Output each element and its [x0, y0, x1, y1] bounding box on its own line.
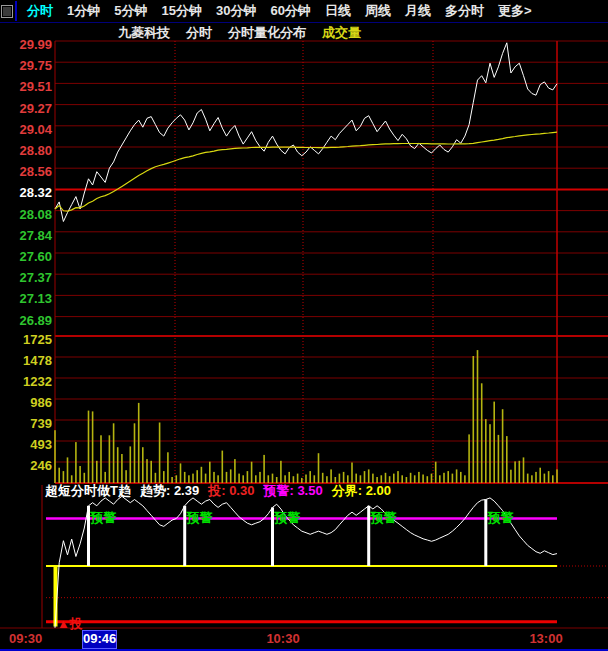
volume-bar [468, 434, 470, 483]
indicator-name[interactable]: 超短分时做T趋 [45, 482, 131, 500]
time-label-end: 13:00 [529, 631, 562, 646]
volume-bar [464, 475, 466, 483]
volume-bar [427, 476, 429, 483]
alarm-text-label: 预警 [488, 509, 514, 527]
trading-terminal-window: 分时1分钟5分钟15分钟30分钟60分钟日线周线月线多分时更多> 九菱科技 分时… [0, 0, 608, 651]
indicator-field-投: 投: 0.30 [208, 482, 254, 500]
volume-bar [92, 411, 94, 483]
volume-bar [523, 457, 525, 483]
volume-bar [230, 469, 232, 483]
volume-bar [222, 451, 224, 483]
volume-bar [422, 475, 424, 484]
volume-bar [109, 435, 111, 483]
volume-bar [201, 467, 203, 483]
volume-bar [519, 461, 521, 483]
price-line [55, 43, 557, 222]
price-axis-label: 27.13 [0, 291, 52, 306]
volume-bar [134, 423, 136, 483]
volume-bar [209, 462, 211, 483]
indicator-line [55, 496, 557, 628]
volume-bar [552, 475, 554, 483]
volume-bar [410, 473, 412, 483]
alarm-text-label: 预警 [90, 509, 116, 527]
volume-bar [330, 469, 332, 483]
volume-bar [443, 473, 445, 483]
volume-bar [150, 461, 152, 483]
volume-axis-label: 493 [0, 437, 52, 452]
volume-bar [502, 409, 504, 483]
volume-bar [473, 356, 475, 483]
volume-axis-label: 739 [0, 416, 52, 431]
volume-bar [447, 471, 449, 483]
volume-bar [452, 474, 454, 483]
volume-axis-label: 246 [0, 458, 52, 473]
intraday-chart[interactable] [0, 0, 608, 651]
volume-bar [460, 472, 462, 483]
volume-bar [100, 435, 102, 483]
volume-bar [498, 435, 500, 483]
volume-axis-label: 1725 [0, 332, 52, 347]
price-axis-label: 29.27 [0, 100, 52, 115]
volume-bar [142, 447, 144, 483]
volume-bar [531, 475, 533, 483]
time-highlight-box[interactable]: 09:46 [82, 630, 117, 649]
volume-bar [393, 474, 395, 483]
volume-axis-label: 1478 [0, 353, 52, 368]
volume-bar [401, 475, 403, 483]
volume-bar [477, 350, 479, 483]
volume-bar [485, 419, 487, 483]
indicator-field-趋势: 趋势: 2.39 [140, 482, 199, 500]
volume-bar [544, 474, 546, 483]
price-axis-label: 27.60 [0, 249, 52, 264]
volume-bar [58, 468, 60, 483]
volume-bar [514, 461, 516, 483]
volume-bar [251, 462, 253, 483]
volume-bar [180, 463, 182, 483]
alarm-text-label: 预警 [371, 509, 397, 527]
volume-bar [138, 403, 140, 483]
volume-bar [318, 453, 320, 483]
volume-bar [493, 402, 495, 483]
price-axis-label: 27.37 [0, 270, 52, 285]
volume-bar [263, 455, 265, 483]
average-price-line [55, 132, 557, 211]
volume-bar [481, 383, 483, 483]
volume-bar [130, 446, 132, 483]
volume-bar [431, 474, 433, 483]
volume-bar [435, 462, 437, 483]
volume-bar [67, 457, 69, 483]
time-label-mid: 10:30 [266, 631, 299, 646]
volume-bar [506, 436, 508, 483]
volume-bar [510, 470, 512, 483]
volume-bar [167, 452, 169, 483]
alarm-text-label: 预警 [187, 509, 213, 527]
price-axis-label: 29.99 [0, 37, 52, 52]
price-axis-label: 28.08 [0, 206, 52, 221]
price-axis-label: 29.51 [0, 79, 52, 94]
volume-bar [96, 461, 98, 483]
volume-bar [351, 463, 353, 484]
volume-bar [79, 466, 81, 483]
time-axis: 09:30 09:46 10:30 13:00 [0, 630, 608, 649]
volume-bar [489, 424, 491, 483]
volume-bar [54, 430, 56, 483]
volume-bar [406, 477, 408, 483]
volume-bar [556, 469, 558, 483]
volume-bar [527, 474, 529, 483]
volume-bar [117, 447, 119, 483]
volume-axis-label: 986 [0, 395, 52, 410]
volume-bar [456, 469, 458, 483]
volume-bar [548, 471, 550, 483]
volume-bar [414, 475, 416, 483]
price-axis-label: 27.84 [0, 227, 52, 242]
volume-bar [539, 468, 541, 483]
volume-bar [397, 471, 399, 483]
time-label-start: 09:30 [9, 631, 42, 646]
volume-bar [234, 459, 236, 483]
volume-bar [88, 411, 90, 483]
indicator-values: 趋势: 2.39投: 0.30预警: 3.50分界: 2.00 [140, 482, 391, 500]
indicator-field-预警: 预警: 3.50 [263, 482, 322, 500]
price-axis-label: 28.80 [0, 143, 52, 158]
volume-bar [418, 472, 420, 483]
price-axis-label: 28.56 [0, 164, 52, 179]
